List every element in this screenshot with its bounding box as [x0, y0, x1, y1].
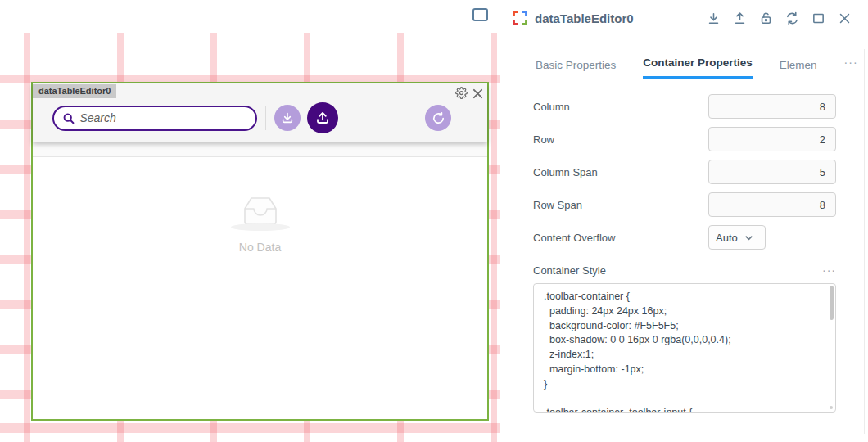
empty-icon-shadow	[231, 223, 290, 231]
table-header-cell	[33, 142, 260, 156]
search-icon	[62, 111, 75, 125]
refresh-button[interactable]	[425, 105, 451, 131]
form-row-row-span: Row Span	[533, 188, 836, 221]
refresh-icon	[432, 111, 445, 125]
panel-scrollbar-track[interactable]	[864, 49, 865, 434]
canvas-toolbar	[0, 0, 500, 33]
form-row-row: Row	[533, 123, 836, 156]
app-window: dataTableEditor0	[0, 0, 868, 442]
code-line	[544, 392, 824, 407]
lock-icon[interactable]	[759, 11, 773, 25]
widget-name-tag: dataTableEditor0	[33, 84, 116, 98]
data-table-widget[interactable]: dataTableEditor0	[31, 82, 489, 421]
container-style-menu-icon[interactable]: ···	[822, 264, 836, 277]
widget-settings-gear-icon[interactable]	[455, 87, 468, 102]
upload-button[interactable]	[307, 102, 338, 133]
chevron-down-icon	[744, 233, 753, 242]
download-icon	[281, 111, 294, 124]
form-row-column-span: Column Span	[533, 156, 836, 188]
properties-panel: dataTableEditor0	[500, 0, 868, 442]
code-line: .toolbar-container {	[544, 290, 824, 304]
container-style-row: Container Style ···	[500, 254, 868, 283]
form-row-column: Column	[533, 90, 836, 123]
search-box[interactable]	[52, 106, 257, 131]
empty-state-text: No Data	[239, 241, 281, 254]
column-span-label: Column Span	[533, 166, 598, 178]
tab-element-properties[interactable]: Elemen	[780, 59, 817, 79]
container-properties-form: Column Row Column Span Row Span Content …	[500, 79, 868, 254]
panel-header: dataTableEditor0	[500, 0, 868, 26]
tab-container-properties[interactable]: Container Properties	[643, 56, 753, 79]
property-tabs: Basic Properties Container Properties El…	[500, 56, 868, 79]
container-style-label: Container Style	[533, 264, 606, 277]
code-line: background-color: #F5F5F5;	[544, 319, 824, 334]
download-button[interactable]	[274, 105, 301, 131]
row-label: Row	[533, 133, 554, 146]
code-line: .toolbar-container .toolbar-input {	[544, 406, 824, 413]
column-input[interactable]	[708, 94, 836, 119]
content-overflow-label: Content Overflow	[533, 232, 615, 244]
code-scroll-corner	[830, 406, 833, 409]
upload-icon[interactable]	[733, 11, 747, 25]
form-row-content-overflow: Content Overflow Auto	[533, 221, 836, 254]
tabs-overflow-icon[interactable]: ···	[844, 56, 858, 79]
column-span-input[interactable]	[708, 160, 836, 184]
download-icon[interactable]	[707, 11, 721, 25]
row-span-input[interactable]	[708, 192, 836, 217]
code-line: z-index:1;	[544, 348, 824, 363]
code-line: padding: 24px 24px 16px;	[544, 304, 824, 319]
close-icon[interactable]	[838, 11, 852, 25]
code-line: }	[544, 377, 824, 392]
toolbar-divider	[265, 106, 266, 130]
maximize-icon[interactable]	[811, 11, 825, 25]
table-header-cell	[260, 142, 487, 156]
table-header-row	[33, 142, 487, 157]
code-scrollbar-thumb[interactable]	[830, 286, 834, 320]
content-overflow-select[interactable]: Auto	[708, 225, 766, 250]
column-label: Column	[533, 101, 570, 113]
search-input[interactable]	[79, 111, 247, 124]
widget-close-icon[interactable]	[472, 88, 483, 102]
panel-title: dataTableEditor0	[535, 11, 634, 25]
container-style-editor[interactable]: .toolbar-container { padding: 24px 24px …	[533, 283, 836, 413]
code-line: box-shadow: 0 0 16px 0 rgba(0,0,0,0.4);	[544, 333, 824, 348]
upload-icon	[315, 110, 330, 125]
row-input[interactable]	[708, 127, 836, 151]
design-canvas[interactable]: dataTableEditor0	[0, 0, 500, 442]
code-line: margin-bottom: -1px;	[544, 363, 824, 377]
tab-basic-properties[interactable]: Basic Properties	[536, 59, 616, 79]
table-body: No Data	[33, 157, 487, 419]
refresh-icon[interactable]	[785, 11, 799, 25]
component-brackets-icon	[512, 10, 528, 26]
viewport-frame-icon[interactable]	[472, 8, 488, 21]
row-span-label: Row Span	[533, 199, 582, 211]
